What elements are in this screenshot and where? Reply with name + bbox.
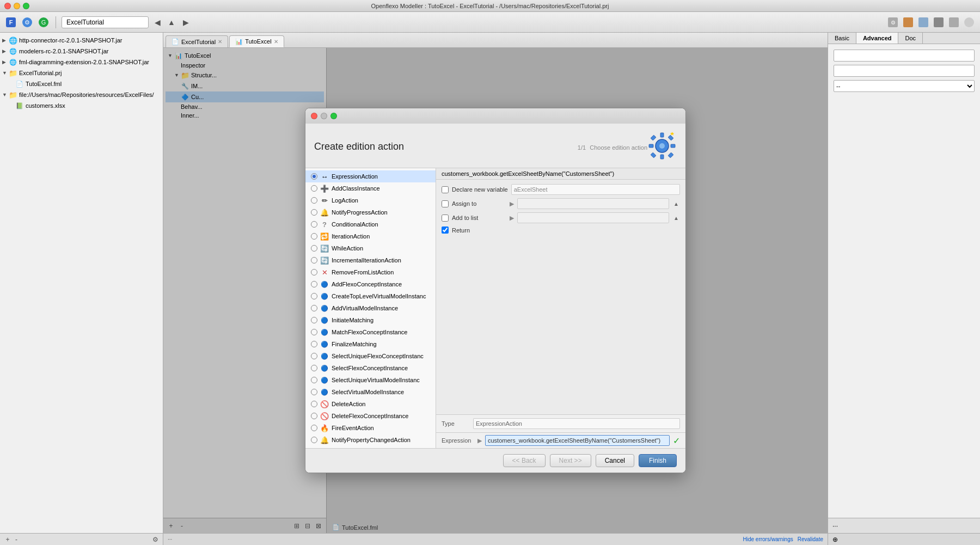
tree-item-file-resources[interactable]: ▼ 📁 file://Users/mac/Repositories/resour… — [0, 89, 163, 100]
radio-createtoplevel[interactable] — [311, 293, 317, 299]
modal-maximize-button[interactable] — [330, 113, 337, 119]
action-item-expression[interactable]: ↔ ExpressionAction — [305, 170, 436, 182]
toolbar-icon-minimize[interactable] — [932, 16, 945, 29]
add-item-button[interactable]: + — [3, 535, 12, 544]
hide-errors-link[interactable]: Hide errors/warnings — [743, 536, 793, 542]
return-checkbox[interactable] — [442, 226, 449, 234]
tree-item-http-connector[interactable]: ▶ 🌐 http-connector-rc-2.0.1-SNAPSHOT.jar — [0, 35, 163, 46]
radio-notify[interactable] — [311, 209, 317, 216]
nav-up-button[interactable]: ▲ — [166, 17, 177, 28]
tree-item-excel-tutorial-prj[interactable]: ▼ 📁 ExcelTutorial.prj — [0, 68, 163, 78]
add-to-list-expand[interactable]: ▲ — [672, 214, 680, 222]
action-item-matchflexo[interactable]: 🔵 MatchFlexoConceptInstance — [305, 326, 436, 338]
radio-addclass[interactable] — [311, 185, 317, 192]
action-item-selectflexo[interactable]: 🔵 SelectFlexoConceptInstance — [305, 362, 436, 374]
tab-tuto-excel[interactable]: 📊 TutoExcel ✕ — [229, 35, 284, 47]
app-icon-1[interactable]: F — [4, 16, 17, 29]
revalidate-link[interactable]: Revalidate — [798, 536, 823, 542]
window-controls[interactable] — [4, 3, 29, 9]
right-panel-input-2[interactable] — [834, 65, 975, 77]
sidebar-settings-button[interactable]: ⚙ — [151, 535, 160, 544]
tab-close-excel-tutorial[interactable]: ✕ — [218, 39, 222, 45]
action-item-removefromlist[interactable]: ✕ RemoveFromListAction — [305, 266, 436, 278]
action-item-fireevent[interactable]: 🔥 FireEventAction — [305, 422, 436, 434]
back-button[interactable]: << Back — [503, 454, 546, 467]
action-item-notifychanged[interactable]: 🔔 NotifyPropertyChangedAction — [305, 434, 436, 446]
add-to-list-checkbox[interactable] — [442, 215, 449, 222]
app-icon-2[interactable]: ⚙ — [21, 16, 34, 29]
action-item-log[interactable]: ✏ LogAction — [305, 194, 436, 206]
tree-item-customers-xlsx[interactable]: 📗 customers.xlsx — [0, 100, 163, 111]
action-item-addclass[interactable]: ➕ AddClassInstance — [305, 182, 436, 194]
assign-to-expand[interactable]: ▲ — [672, 200, 680, 207]
radio-matchflexo[interactable] — [311, 329, 317, 335]
tab-doc[interactable]: Doc — [898, 33, 923, 44]
nav-back-button[interactable]: ◀ — [152, 17, 163, 28]
remove-item-button[interactable]: - — [12, 535, 21, 544]
action-item-iteration[interactable]: 🔁 IterationAction — [305, 230, 436, 242]
nav-forward-button[interactable]: ▶ — [180, 17, 191, 28]
radio-conditional[interactable] — [311, 221, 317, 228]
radio-fireevent[interactable] — [311, 425, 317, 431]
finish-button[interactable]: Finish — [639, 454, 677, 467]
action-item-selectuniqueflexo[interactable]: 🔵 SelectUniqueFlexoConceptInstanc — [305, 350, 436, 362]
radio-expression[interactable] — [311, 173, 317, 180]
toolbar-icon-settings[interactable]: ⚙ — [886, 16, 899, 29]
action-item-conditional[interactable]: ? ConditionalAction — [305, 218, 436, 230]
radio-removefromlist[interactable] — [311, 269, 317, 275]
toolbar-icon-palette[interactable] — [902, 16, 915, 29]
expression-field[interactable]: customers_workbook.getExcelSheetByName("… — [485, 435, 670, 446]
tab-advanced[interactable]: Advanced — [856, 33, 899, 44]
action-item-selectvirtual[interactable]: 🔵 SelectVirtualModelInstance — [305, 386, 436, 398]
action-item-selectuniquevirtual[interactable]: 🔵 SelectUniqueVirtualModelInstanc — [305, 374, 436, 386]
radio-initiatematching[interactable] — [311, 317, 317, 323]
close-button[interactable] — [4, 3, 11, 9]
toolbar-icon-maximize[interactable] — [947, 16, 960, 29]
radio-addflexo[interactable] — [311, 281, 317, 287]
tab-basic[interactable]: Basic — [828, 33, 856, 44]
tree-item-fml[interactable]: ▶ 🌐 fml-diagramming-extension-2.0.1-SNAP… — [0, 57, 163, 68]
action-item-createtoplevel[interactable]: 🔵 CreateTopLevelVirtualModelInstanc — [305, 290, 436, 302]
action-item-deleteflexo[interactable]: 🚫 DeleteFlexoConceptInstance — [305, 410, 436, 422]
radio-addvirtual[interactable] — [311, 305, 317, 311]
cancel-button[interactable]: Cancel — [596, 454, 634, 467]
radio-delete[interactable] — [311, 401, 317, 407]
assign-to-checkbox[interactable] — [442, 200, 449, 207]
toolbar-icon-view[interactable] — [917, 16, 930, 29]
next-button[interactable]: Next >> — [550, 454, 591, 467]
radio-selectuniquevirtual[interactable] — [311, 377, 317, 383]
action-item-addvirtual[interactable]: 🔵 AddVirtualModelInstance — [305, 302, 436, 314]
maximize-button[interactable] — [23, 3, 29, 9]
zoom-icon[interactable]: ⊕ — [832, 536, 838, 543]
modal-close-button[interactable] — [311, 113, 317, 119]
action-item-addflexo[interactable]: 🔵 AddFlexoConceptInstance — [305, 278, 436, 290]
radio-selectvirtual[interactable] — [311, 389, 317, 395]
right-panel-input-1[interactable] — [834, 50, 975, 62]
expression-arrow-button[interactable]: ▶ — [477, 437, 482, 444]
minimize-button[interactable] — [14, 3, 20, 9]
radio-selectuniqueflexo[interactable] — [311, 353, 317, 359]
modal-minimize-button[interactable] — [321, 113, 327, 119]
action-item-delete[interactable]: 🚫 DeleteAction — [305, 398, 436, 410]
radio-finalizematching[interactable] — [311, 341, 317, 347]
right-panel-select[interactable]: -- — [834, 80, 975, 92]
toolbar-icon-user[interactable] — [963, 16, 976, 29]
radio-iteration[interactable] — [311, 233, 317, 240]
radio-notifychanged[interactable] — [311, 437, 317, 443]
action-item-while[interactable]: 🔄 WhileAction — [305, 242, 436, 254]
tree-item-tutoexcel-fml[interactable]: 📄 TutoExcel.fml — [0, 78, 163, 89]
tab-excel-tutorial[interactable]: 📄 ExcelTutorial ✕ — [166, 35, 228, 47]
radio-deleteflexo[interactable] — [311, 413, 317, 419]
radio-incremental[interactable] — [311, 257, 317, 264]
declare-new-variable-checkbox[interactable] — [442, 186, 449, 193]
tree-item-modelers[interactable]: ▶ 🌐 modelers-rc-2.0.1-SNAPSHOT.jar — [0, 46, 163, 57]
action-item-incremental[interactable]: 🔄 IncrementalIterationAction — [305, 254, 436, 266]
radio-while[interactable] — [311, 245, 317, 252]
action-item-notify[interactable]: 🔔 NotifyProgressAction — [305, 206, 436, 218]
radio-log[interactable] — [311, 197, 317, 204]
radio-selectflexo[interactable] — [311, 365, 317, 371]
action-item-finalizematching[interactable]: 🔵 FinalizeMatching — [305, 338, 436, 350]
action-item-initiatematching[interactable]: 🔵 InitiateMatching — [305, 314, 436, 326]
app-icon-3[interactable]: G — [37, 16, 50, 29]
tab-close-tuto-excel[interactable]: ✕ — [274, 39, 278, 45]
